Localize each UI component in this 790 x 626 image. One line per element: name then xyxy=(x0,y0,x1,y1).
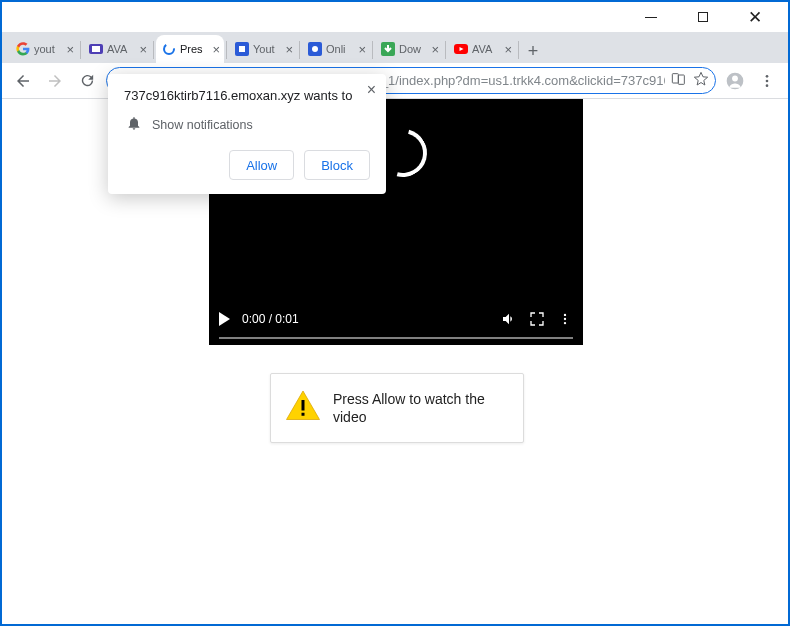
svg-point-24 xyxy=(766,79,769,82)
svg-point-12 xyxy=(164,44,174,54)
block-button[interactable]: Block xyxy=(304,150,370,180)
tab-title: Dow xyxy=(399,43,427,55)
svg-point-16 xyxy=(312,46,318,52)
tab-divider xyxy=(80,41,81,59)
tab-close-icon[interactable]: × xyxy=(66,42,74,57)
instruction-box: Press Allow to watch the video xyxy=(270,373,524,443)
svg-point-28 xyxy=(564,322,566,324)
new-tab-button[interactable]: + xyxy=(521,39,545,63)
tab-3[interactable]: Yout × xyxy=(229,35,297,63)
svg-point-25 xyxy=(766,84,769,87)
tab-1[interactable]: AVA × xyxy=(83,35,151,63)
square-favicon xyxy=(235,42,249,56)
tab-title: AVA xyxy=(472,43,500,55)
tab-divider xyxy=(445,41,446,59)
back-button[interactable] xyxy=(10,68,36,94)
dialog-close-button[interactable]: × xyxy=(367,81,376,99)
bell-icon xyxy=(126,115,142,134)
tv-favicon xyxy=(89,42,103,56)
dialog-line: Show notifications xyxy=(152,118,253,132)
tab-0[interactable]: yout × xyxy=(10,35,78,63)
notification-permission-dialog: × 737c916ktirb7116.emoxan.xyz wants to S… xyxy=(108,74,386,194)
tab-5[interactable]: Dow × xyxy=(375,35,443,63)
instruction-text: Press Allow to watch the video xyxy=(333,390,509,426)
menu-button[interactable] xyxy=(754,68,780,94)
tab-divider xyxy=(372,41,373,59)
svg-rect-14 xyxy=(239,46,245,52)
translate-icon[interactable] xyxy=(671,71,687,90)
allow-button[interactable]: Allow xyxy=(229,150,294,180)
tab-close-icon[interactable]: × xyxy=(358,42,366,57)
more-icon[interactable] xyxy=(557,311,573,327)
tab-title: Pres xyxy=(180,43,208,55)
play-icon[interactable] xyxy=(219,312,230,326)
tab-title: AVA xyxy=(107,43,135,55)
youtube-favicon xyxy=(454,42,468,56)
forward-button[interactable] xyxy=(42,68,68,94)
tab-close-icon[interactable]: × xyxy=(285,42,293,57)
svg-point-27 xyxy=(564,318,566,320)
video-time: 0:00 / 0:01 xyxy=(242,312,299,326)
svg-point-26 xyxy=(564,314,566,316)
svg-rect-11 xyxy=(92,46,100,52)
tab-divider xyxy=(299,41,300,59)
tab-4[interactable]: Onli × xyxy=(302,35,370,63)
tab-6[interactable]: AVA × xyxy=(448,35,516,63)
tab-close-icon[interactable]: × xyxy=(212,42,220,57)
window-maximize-button[interactable] xyxy=(690,4,716,30)
window-close-button[interactable]: ✕ xyxy=(742,4,768,30)
reload-button[interactable] xyxy=(74,68,100,94)
tab-title: Yout xyxy=(253,43,281,55)
window-minimize-button[interactable] xyxy=(638,4,664,30)
svg-rect-29 xyxy=(302,400,305,411)
video-progress[interactable] xyxy=(219,337,573,339)
google-favicon xyxy=(16,42,30,56)
tab-title: yout xyxy=(34,43,62,55)
volume-icon[interactable] xyxy=(501,311,517,327)
tab-close-icon[interactable]: × xyxy=(504,42,512,57)
svg-point-22 xyxy=(732,75,738,81)
tab-divider xyxy=(518,41,519,59)
download-favicon xyxy=(381,42,395,56)
star-icon[interactable] xyxy=(693,71,709,90)
profile-button[interactable] xyxy=(722,68,748,94)
loading-favicon xyxy=(162,42,176,56)
svg-rect-30 xyxy=(302,413,305,416)
svg-rect-19 xyxy=(672,74,678,83)
tab-strip: yout × AVA × Pres × Yout × Onli × Dow × … xyxy=(2,32,788,63)
fullscreen-icon[interactable] xyxy=(529,311,545,327)
dot-favicon xyxy=(308,42,322,56)
svg-point-23 xyxy=(766,75,769,78)
warning-icon xyxy=(285,388,321,428)
tab-divider xyxy=(226,41,227,59)
tab-2-active[interactable]: Pres × xyxy=(156,35,224,63)
tab-divider xyxy=(153,41,154,59)
tab-title: Onli xyxy=(326,43,354,55)
tab-close-icon[interactable]: × xyxy=(431,42,439,57)
dialog-title: 737c916ktirb7116.emoxan.xyz wants to xyxy=(124,88,370,111)
tab-close-icon[interactable]: × xyxy=(139,42,147,57)
svg-rect-20 xyxy=(678,75,684,84)
